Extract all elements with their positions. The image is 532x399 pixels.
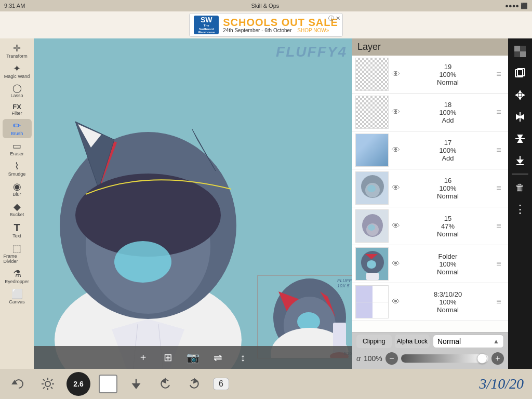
alpha-row: α 100% − +: [352, 350, 508, 369]
ad-inner[interactable]: SW TheSurfboardWarehouse SCHOOLS OUT SAL…: [189, 13, 343, 37]
layer-row[interactable]: 👁 15 47% Normal ≡: [352, 207, 508, 245]
layer-drag-handle[interactable]: ≡: [493, 259, 505, 269]
add-layer2-button[interactable]: ⊞: [159, 348, 178, 367]
layer-drag-handle[interactable]: ≡: [493, 145, 505, 155]
canvas-icon: ⬜: [11, 289, 23, 299]
layer-number: 16: [444, 177, 451, 184]
alpha-decrease-button[interactable]: −: [385, 352, 398, 365]
tool-text[interactable]: T Text: [3, 220, 32, 241]
layer-row[interactable]: 👁 Folder 100% Normal ≡: [352, 245, 508, 283]
layer-visibility-toggle[interactable]: 👁: [389, 221, 403, 231]
layer-row[interactable]: 👁 19 100% Normal ≡: [352, 56, 508, 94]
tool-blur[interactable]: ◉ Blur: [3, 180, 32, 199]
tool-smudge[interactable]: ⌇ Smudge: [3, 159, 32, 179]
tool-eyedropper[interactable]: ⚗ Eyedropper: [3, 267, 32, 286]
canvas-number-badge[interactable]: 6: [213, 378, 229, 390]
date-stamp: 3/10/20: [479, 376, 524, 392]
layer-thumbnail: [355, 58, 389, 91]
tool-transform[interactable]: ✛ Transform: [3, 42, 32, 61]
camera-button[interactable]: 📷: [184, 348, 203, 367]
layer-thumbnail: [355, 134, 389, 167]
tool-eraser[interactable]: ▭ Eraser: [3, 139, 32, 158]
layer-opacity: 100%: [439, 298, 456, 306]
canvas-area[interactable]: FLUFFY4 FLUFFY410X 5 3/10/20: [34, 38, 352, 369]
svg-point-30: [368, 224, 375, 231]
layer-row[interactable]: 👁 17 100% Add ≡: [352, 131, 508, 169]
svg-marker-55: [518, 139, 522, 142]
alpha-slider[interactable]: [401, 354, 488, 363]
layer-drag-handle[interactable]: ≡: [493, 221, 505, 231]
filter-icon: FX: [12, 103, 21, 110]
clipping-button[interactable]: Clipping: [356, 335, 392, 348]
move-all-button[interactable]: [510, 85, 530, 105]
lasso-icon: ◯: [12, 84, 22, 92]
brush-size-control[interactable]: 2.6: [66, 372, 90, 396]
tool-canvas[interactable]: ⬜ Canvas: [3, 287, 32, 307]
layer-visibility-toggle[interactable]: 👁: [389, 297, 403, 307]
bottom-toolbar: 2.6 6 3/10/20: [0, 369, 532, 399]
layer-opacity: 100%: [439, 184, 456, 192]
layer-number: 15: [444, 215, 451, 222]
layer-opacity: 47%: [441, 222, 455, 230]
smudge-label: Smudge: [8, 171, 26, 177]
down-arrow-button[interactable]: [126, 374, 147, 394]
text-icon: T: [14, 222, 20, 233]
checkerboard-button[interactable]: [510, 42, 530, 61]
ad-close-button[interactable]: ⓘ ✕: [328, 15, 340, 22]
tool-frame[interactable]: ⬚ Frame Divider: [3, 242, 32, 266]
brush-label: Brush: [11, 131, 23, 136]
layer-drag-handle[interactable]: ≡: [493, 70, 505, 79]
svg-rect-49: [519, 94, 521, 96]
flip-horiz-button[interactable]: ⇌: [209, 348, 228, 367]
layer-drag-handle[interactable]: ≡: [493, 297, 505, 307]
eraser-label: Eraser: [10, 151, 24, 156]
layer-row[interactable]: 👁 16 100% Normal ≡: [352, 169, 508, 207]
layer-row[interactable]: 👁 8:3/10/20 100% Normal ≡: [352, 283, 508, 321]
tool-magic-wand[interactable]: ✦ Magic Wand: [3, 62, 32, 81]
layer-drag-handle[interactable]: ≡: [493, 108, 505, 117]
alpha-increase-button[interactable]: +: [491, 352, 504, 365]
tool-filter[interactable]: FX Filter: [3, 101, 32, 118]
layer-number: Folder: [438, 252, 458, 260]
add-layer-button[interactable]: +: [134, 348, 153, 367]
svg-marker-57: [517, 160, 523, 163]
undo-button[interactable]: [155, 374, 176, 394]
settings-button[interactable]: [37, 374, 58, 394]
ad-logo: SW TheSurfboardWarehouse: [194, 16, 219, 34]
layer-info: 18 100% Add: [403, 101, 493, 124]
layer-visibility-toggle[interactable]: 👁: [389, 108, 403, 117]
tool-bucket[interactable]: ◆ Bucket: [3, 200, 32, 219]
more-options-button[interactable]: ⋮: [510, 200, 530, 219]
layer-blend-mode: Normal: [437, 230, 459, 238]
layer-visibility-toggle[interactable]: 👁: [389, 70, 403, 79]
reference-button[interactable]: [510, 63, 530, 83]
delete-layer-button[interactable]: 🗑: [510, 178, 530, 197]
blend-mode-arrow[interactable]: ▲: [493, 338, 499, 345]
redo-button[interactable]: [184, 374, 205, 394]
flip-vertical-button[interactable]: [510, 129, 530, 149]
svg-marker-48: [522, 94, 525, 97]
alpha-slider-thumb[interactable]: [477, 353, 487, 364]
blur-label: Blur: [12, 192, 21, 197]
layer-row[interactable]: 👁 18 100% Add ≡: [352, 94, 508, 131]
tool-lasso[interactable]: ◯ Lasso: [3, 82, 32, 100]
filter-label: Filter: [12, 111, 22, 116]
rotate-left-button[interactable]: [8, 374, 29, 394]
layer-opacity: 100%: [439, 260, 456, 268]
frame-icon: ⬚: [12, 244, 21, 253]
layer-opacity: 100%: [439, 147, 456, 154]
layer-info: 19 100% Normal: [403, 63, 493, 86]
alpha-lock-button[interactable]: Alpha Lock: [395, 335, 430, 348]
flip-vert-button[interactable]: ↕: [234, 348, 252, 367]
layer-visibility-toggle[interactable]: 👁: [389, 183, 403, 193]
ad-banner: SW TheSurfboardWarehouse SCHOOLS OUT SAL…: [0, 11, 532, 38]
color-swatch[interactable]: [99, 375, 117, 393]
svg-marker-64: [194, 379, 197, 383]
flip-horizontal-button[interactable]: [510, 107, 530, 127]
layer-drag-handle[interactable]: ≡: [493, 183, 505, 193]
layer-visibility-toggle[interactable]: 👁: [389, 145, 403, 155]
download-button[interactable]: [510, 151, 530, 170]
layer-visibility-toggle[interactable]: 👁: [389, 259, 403, 269]
layer-toolbar: + ⊞ 📷 ⇌ ↕: [34, 346, 352, 369]
tool-brush[interactable]: ✏ Brush: [3, 119, 32, 138]
